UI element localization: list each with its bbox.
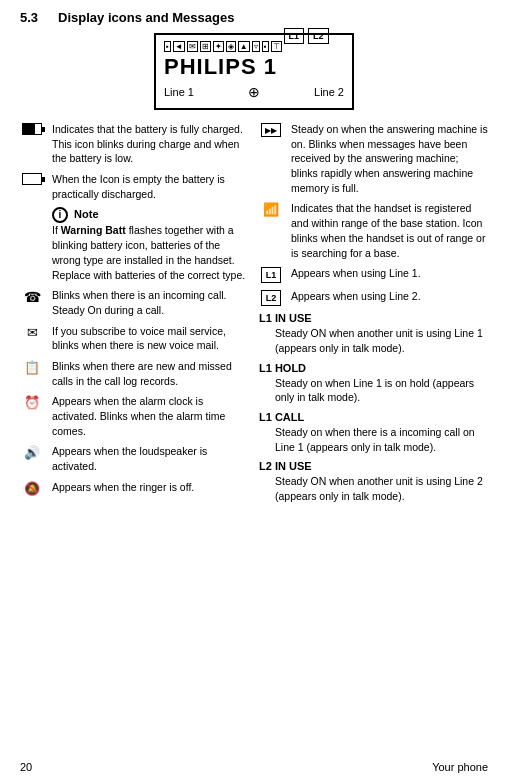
display-name: PHILIPS 1 bbox=[164, 54, 344, 80]
footer-label: Your phone bbox=[432, 761, 488, 773]
answering-machine-row: ▶▶ Steady on when the answering machine … bbox=[259, 122, 488, 195]
section-number: 5.3 bbox=[20, 10, 38, 25]
loudspeaker-row: 🔊 Appears when the loudspeaker is activa… bbox=[20, 444, 249, 473]
l2-icon: L2 bbox=[261, 290, 282, 306]
note-title: Note bbox=[74, 208, 98, 220]
page-number: 20 bbox=[20, 761, 32, 773]
alarm-desc: Appears when the alarm clock is activate… bbox=[52, 394, 249, 438]
page-footer: 20 Your phone bbox=[0, 761, 508, 773]
l1-hold-title: L1 HOLD bbox=[259, 362, 488, 374]
voicemail-icon: ✉ bbox=[27, 325, 38, 340]
arrow-icon: ⊕ bbox=[248, 84, 260, 100]
l2-in-use-body: Steady ON when another unit is using Lin… bbox=[275, 474, 488, 503]
antenna-icon: 📶 bbox=[263, 202, 279, 217]
battery-full-row: Indicates that the battery is fully char… bbox=[20, 122, 249, 166]
l1-call-body: Steady on when there is a incoming call … bbox=[275, 425, 488, 454]
loudspeaker-icon: 🔊 bbox=[24, 445, 40, 460]
left-column: Indicates that the battery is fully char… bbox=[20, 122, 249, 510]
l1-call-section: L1 CALL Steady on when there is a incomi… bbox=[259, 411, 488, 454]
note-box: i Note If Warning Batt flashes together … bbox=[52, 207, 249, 282]
line1-badge-desc: Appears when using Line 1. bbox=[291, 266, 488, 281]
l2-in-use-section: L2 IN USE Steady ON when another unit is… bbox=[259, 460, 488, 503]
l1-in-use-section: L1 IN USE Steady ON when another unit is… bbox=[259, 312, 488, 355]
ringer-off-row: 🔕 Appears when the ringer is off. bbox=[20, 480, 249, 496]
handset-range-row: 📶 Indicates that the handset is register… bbox=[259, 201, 488, 260]
alarm-icon: ⏰ bbox=[24, 395, 40, 410]
call-log-desc: Blinks when there are new and missed cal… bbox=[52, 359, 249, 388]
ringer-off-icon: 🔕 bbox=[24, 481, 40, 496]
line1-badge-row: L1 Appears when using Line 1. bbox=[259, 266, 488, 283]
call-log-row: 📋 Blinks when there are new and missed c… bbox=[20, 359, 249, 388]
call-log-icon: 📋 bbox=[24, 360, 40, 375]
loudspeaker-desc: Appears when the loudspeaker is activate… bbox=[52, 444, 249, 473]
display-line1: Line 1 bbox=[164, 86, 194, 98]
incoming-call-row: ☎ Blinks when there is an incoming call.… bbox=[20, 288, 249, 317]
ringer-off-desc: Appears when the ringer is off. bbox=[52, 480, 249, 495]
battery-empty-row: When the Icon is empty the battery is pr… bbox=[20, 172, 249, 201]
line2-badge-row: L2 Appears when using Line 2. bbox=[259, 289, 488, 306]
note-circle-icon: i bbox=[52, 207, 68, 223]
answering-machine-desc: Steady on when the answering machine is … bbox=[291, 122, 488, 195]
section-title: Display icons and Messages bbox=[58, 10, 234, 25]
right-column: ▶▶ Steady on when the answering machine … bbox=[259, 122, 488, 510]
note-content: If Warning Batt flashes together with a … bbox=[52, 223, 249, 282]
voicemail-desc: If you subscribe to voice mail service, … bbox=[52, 324, 249, 353]
battery-empty-desc: When the Icon is empty the battery is pr… bbox=[52, 172, 249, 201]
incoming-call-desc: Blinks when there is an incoming call. S… bbox=[52, 288, 249, 317]
handset-range-desc: Indicates that the handset is registered… bbox=[291, 201, 488, 260]
l1-hold-section: L1 HOLD Steady on when Line 1 is on hold… bbox=[259, 362, 488, 405]
phone-display: ▪ ◄ ✉ ⊞ ✦ ◈ ▲ ▿ ▪ ⊤ L1 L2 PHILIPS 1 Line… bbox=[154, 33, 354, 110]
incoming-call-icon: ☎ bbox=[24, 289, 41, 305]
answering-machine-icon: ▶▶ bbox=[261, 123, 281, 137]
voicemail-row: ✉ If you subscribe to voice mail service… bbox=[20, 324, 249, 353]
l2-badge-display: L2 bbox=[308, 28, 329, 44]
alarm-row: ⏰ Appears when the alarm clock is activa… bbox=[20, 394, 249, 438]
l1-icon: L1 bbox=[261, 267, 282, 283]
l1-in-use-title: L1 IN USE bbox=[259, 312, 488, 324]
display-line2: Line 2 bbox=[314, 86, 344, 98]
l1-badge-display: L1 bbox=[284, 28, 305, 44]
l1-hold-body: Steady on when Line 1 is on hold (appear… bbox=[275, 376, 488, 405]
l1-call-title: L1 CALL bbox=[259, 411, 488, 423]
l2-in-use-title: L2 IN USE bbox=[259, 460, 488, 472]
l1-in-use-body: Steady ON when another unit is using Lin… bbox=[275, 326, 488, 355]
battery-full-desc: Indicates that the battery is fully char… bbox=[52, 122, 249, 166]
line2-badge-desc: Appears when using Line 2. bbox=[291, 289, 488, 304]
